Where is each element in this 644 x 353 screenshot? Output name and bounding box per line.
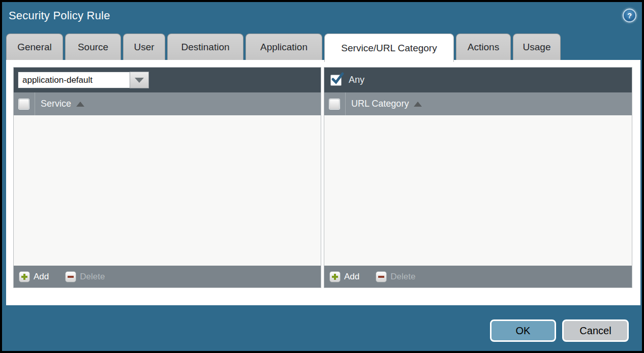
service-panel-header: application-default	[14, 68, 321, 92]
url-category-column-header: URL Category	[324, 92, 632, 115]
tab-general[interactable]: General	[6, 34, 63, 60]
add-label: Add	[344, 272, 359, 282]
column-divider	[345, 92, 346, 115]
cancel-button[interactable]: Cancel	[562, 319, 629, 342]
help-icon[interactable]: ?	[623, 9, 636, 22]
url-category-panel-header: Any	[324, 68, 632, 92]
add-url-category-button[interactable]: Add	[329, 271, 359, 282]
url-category-panel-footer: Add Delete	[324, 266, 632, 287]
tab-bar: General Source User Destination Applicat…	[6, 34, 563, 62]
tab-source[interactable]: Source	[65, 34, 121, 60]
any-checkbox-row[interactable]: Any	[328, 75, 364, 86]
tab-content-service-url-category: application-default Service Add	[6, 60, 640, 305]
service-column-label[interactable]: Service	[41, 99, 71, 109]
delete-label: Delete	[80, 272, 105, 282]
security-policy-rule-dialog: Security Policy Rule ? General Source Us…	[0, 0, 644, 353]
any-label: Any	[349, 75, 364, 85]
service-panel-footer: Add Delete	[14, 266, 321, 287]
url-category-panel: Any URL Category Add Delete	[324, 67, 632, 288]
service-list[interactable]	[14, 115, 321, 266]
tab-actions[interactable]: Actions	[456, 34, 511, 60]
chevron-down-icon	[135, 78, 144, 83]
service-column-header: Service	[14, 92, 321, 115]
minus-icon	[376, 271, 387, 282]
tab-usage[interactable]: Usage	[513, 34, 561, 60]
add-label: Add	[34, 272, 49, 282]
tab-application[interactable]: Application	[246, 34, 322, 60]
any-checkbox[interactable]	[330, 75, 342, 86]
delete-url-category-button[interactable]: Delete	[376, 271, 415, 282]
tab-service-url-category[interactable]: Service/URL Category	[324, 34, 454, 62]
dialog-title: Security Policy Rule	[9, 9, 110, 22]
column-divider	[35, 92, 35, 115]
tab-destination[interactable]: Destination	[167, 34, 243, 60]
service-type-dropdown-value: application-default	[18, 72, 130, 88]
ok-button[interactable]: OK	[490, 319, 556, 342]
plus-icon	[19, 271, 30, 282]
tab-user[interactable]: User	[123, 34, 165, 60]
sort-ascending-icon[interactable]	[414, 102, 422, 107]
select-all-url-categories-checkbox[interactable]	[329, 99, 340, 109]
select-all-services-checkbox[interactable]	[19, 99, 29, 109]
url-category-column-label[interactable]: URL Category	[351, 99, 409, 109]
checkmark-icon	[330, 72, 345, 86]
plus-icon	[329, 271, 341, 282]
sort-ascending-icon[interactable]	[76, 102, 84, 107]
delete-service-button[interactable]: Delete	[65, 271, 105, 282]
minus-icon	[65, 271, 76, 282]
add-service-button[interactable]: Add	[19, 271, 49, 282]
delete-label: Delete	[390, 272, 415, 282]
url-category-list[interactable]	[324, 115, 632, 266]
dropdown-arrow-button[interactable]	[130, 72, 149, 88]
service-panel: application-default Service Add	[13, 67, 321, 288]
service-type-dropdown[interactable]: application-default	[18, 72, 149, 88]
